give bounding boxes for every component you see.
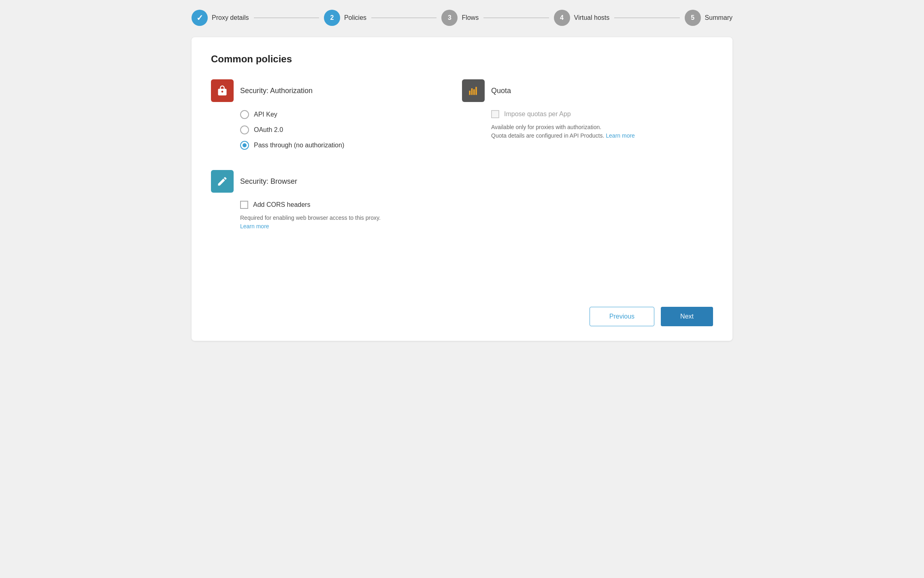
radio-api-key[interactable]: API Key <box>240 110 462 119</box>
step-flows[interactable]: 3 Flows <box>441 10 479 26</box>
step-number-flows: 3 <box>448 14 451 21</box>
step-label-proxy-details: Proxy details <box>212 14 249 21</box>
step-label-virtual-hosts: Virtual hosts <box>574 14 610 21</box>
next-button[interactable]: Next <box>661 307 713 326</box>
step-circle-virtual-hosts: 4 <box>554 10 570 26</box>
cors-description: Required for enabling web browser access… <box>240 214 713 231</box>
step-label-flows: Flows <box>462 14 479 21</box>
radio-oauth[interactable]: OAuth 2.0 <box>240 125 462 134</box>
quota-checkbox <box>491 110 499 118</box>
security-browser-section: Security: Browser Add CORS headers Requi… <box>211 170 713 247</box>
main-card: Common policies Security: Authorization <box>192 37 732 341</box>
radio-circle-oauth <box>240 125 249 134</box>
cors-description-text: Required for enabling web browser access… <box>240 215 381 221</box>
bar-chart-icon <box>468 85 479 96</box>
step-circle-proxy-details: ✓ <box>192 10 208 26</box>
card-footer: Previous Next <box>590 307 713 326</box>
step-label-policies: Policies <box>344 14 366 21</box>
quota-title: Quota <box>491 87 511 95</box>
security-browser-header: Security: Browser <box>211 170 713 193</box>
security-auth-title: Security: Authorization <box>240 87 313 95</box>
step-label-summary: Summary <box>705 14 732 21</box>
checkmark-icon: ✓ <box>196 13 203 23</box>
svg-rect-2 <box>473 89 475 95</box>
svg-rect-0 <box>469 91 471 95</box>
step-virtual-hosts[interactable]: 4 Virtual hosts <box>554 10 610 26</box>
pencil-icon <box>217 176 228 187</box>
connector-3 <box>483 17 549 18</box>
cors-checkbox[interactable] <box>240 201 248 209</box>
radio-label-oauth: OAuth 2.0 <box>254 126 283 134</box>
previous-button[interactable]: Previous <box>590 307 654 326</box>
radio-circle-api-key <box>240 110 249 119</box>
svg-rect-1 <box>471 88 473 95</box>
step-proxy-details[interactable]: ✓ Proxy details <box>192 10 249 26</box>
policies-grid: Security: Authorization API Key OAuth 2.… <box>211 79 713 166</box>
radio-label-pass-through: Pass through (no authorization) <box>254 142 344 149</box>
security-auth-section: Security: Authorization API Key OAuth 2.… <box>211 79 462 166</box>
step-summary[interactable]: 5 Summary <box>685 10 732 26</box>
radio-pass-through[interactable]: Pass through (no authorization) <box>240 141 462 150</box>
stepper: ✓ Proxy details 2 Policies 3 Flows 4 <box>192 10 732 26</box>
step-circle-policies: 2 <box>324 10 340 26</box>
quota-header: Quota <box>462 79 713 102</box>
radio-circle-pass-through <box>240 141 249 150</box>
step-number-virtual-hosts: 4 <box>560 14 564 21</box>
security-auth-header: Security: Authorization <box>211 79 462 102</box>
svg-rect-3 <box>475 87 477 95</box>
quota-checkbox-item: Impose quotas per App <box>491 110 713 118</box>
card-title: Common policies <box>211 53 713 65</box>
quota-description-text: Available only for proxies with authoriz… <box>491 124 606 139</box>
security-auth-icon <box>211 79 234 102</box>
step-circle-flows: 3 <box>441 10 458 26</box>
cors-learn-more-link[interactable]: Learn more <box>240 223 269 230</box>
lock-icon <box>217 85 228 96</box>
radio-label-api-key: API Key <box>254 111 277 118</box>
radio-group-auth: API Key OAuth 2.0 Pass through (no autho… <box>240 110 462 150</box>
cors-checkbox-label: Add CORS headers <box>253 201 310 208</box>
connector-1 <box>254 17 319 18</box>
quota-icon <box>462 79 485 102</box>
connector-4 <box>614 17 679 18</box>
connector-2 <box>371 17 436 18</box>
quota-checkbox-label: Impose quotas per App <box>504 110 571 118</box>
security-browser-icon <box>211 170 234 193</box>
quota-section: Quota Impose quotas per App Available on… <box>462 79 713 166</box>
step-number-summary: 5 <box>691 14 694 21</box>
security-browser-title: Security: Browser <box>240 177 297 186</box>
step-circle-summary: 5 <box>685 10 701 26</box>
step-number-policies: 2 <box>330 14 334 21</box>
step-policies[interactable]: 2 Policies <box>324 10 366 26</box>
quota-description: Available only for proxies with authoriz… <box>491 123 713 140</box>
cors-checkbox-item[interactable]: Add CORS headers <box>240 201 713 209</box>
quota-learn-more-link[interactable]: Learn more <box>606 132 635 139</box>
